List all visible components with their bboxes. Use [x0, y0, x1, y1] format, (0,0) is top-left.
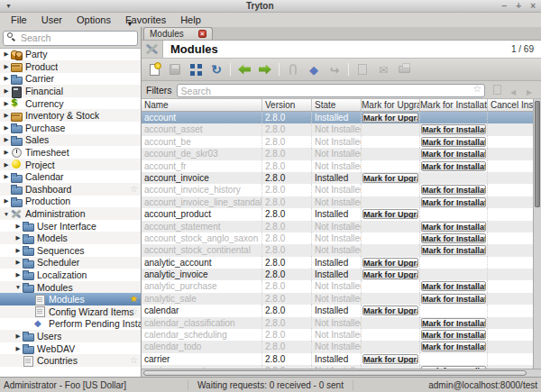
module-row-account-be[interactable]: account_be2.8.0Not InstalledMark for Ins… [142, 136, 533, 148]
module-row-calendar-classification[interactable]: calendar_classification2.8.0Not Installe… [142, 317, 533, 329]
module-row-account-de-skr03[interactable]: account_de_skr032.8.0Not InstalledMark f… [142, 148, 533, 160]
module-row-account-invoice-history[interactable]: account_invoice_history2.8.0Not Installe… [142, 184, 533, 196]
tree-item-product[interactable]: ▶Product [0, 60, 141, 73]
tree-item-dashboard[interactable]: Dashboard☆ [0, 183, 141, 196]
expander-icon[interactable]: ▶ [2, 50, 11, 58]
expander-icon[interactable]: ▶ [2, 173, 11, 180]
module-row-account-stock-continental[interactable]: account_stock_continental2.8.0Not Instal… [142, 244, 533, 256]
mark-for-upgrade-button[interactable]: Mark for Upgrade [362, 209, 418, 219]
close-button[interactable]: × [530, 1, 536, 11]
favorite-star-icon[interactable]: ★ [130, 293, 138, 305]
mark-for-installation-button[interactable]: Mark for Installation [421, 149, 486, 159]
mark-for-upgrade-button[interactable]: Mark for Upgrade [362, 354, 418, 364]
bookmark-star-icon[interactable]: ☆ [472, 83, 481, 95]
module-row-calendar-todo[interactable]: calendar_todo2.8.0Not InstalledMark for … [142, 341, 533, 352]
mark-for-installation-button[interactable]: Mark for Installation [421, 245, 486, 255]
mark-for-installation-button[interactable]: Mark for Installation [421, 222, 486, 232]
tree-item-models[interactable]: ▶Models [0, 232, 141, 244]
expander-icon[interactable]: ▶ [2, 136, 11, 143]
expander-icon[interactable]: ▼ [14, 284, 23, 290]
mark-for-installation-button[interactable]: Mark for Installation [421, 342, 486, 351]
expander-icon[interactable]: ▶ [14, 271, 23, 278]
maximize-button[interactable]: + [516, 1, 521, 11]
module-row-analytic-account[interactable]: analytic_account2.8.0InstalledMark for U… [142, 257, 533, 269]
minimize-button[interactable]: − [501, 1, 507, 11]
tree-item-party[interactable]: ▶Party [0, 49, 141, 61]
expander-icon[interactable]: ▶ [14, 333, 23, 340]
panel-dropdown-icon[interactable]: ▼ [126, 20, 133, 28]
module-row-analytic-purchase[interactable]: analytic_purchase2.8.0Not InstalledMark … [142, 280, 533, 292]
tree-item-administration[interactable]: ▼Administration [0, 207, 141, 220]
tree-item-timesheet[interactable]: ▶Timesheet [0, 146, 141, 159]
horizontal-scrollbar-thumb[interactable] [143, 370, 527, 376]
mark-for-installation-button[interactable]: Mark for Installation [421, 330, 486, 340]
expander-icon[interactable]: ▶ [2, 112, 11, 119]
mark-for-upgrade-button[interactable]: Mark for Upgrade [362, 258, 418, 268]
expander-icon[interactable]: ▶ [2, 100, 11, 107]
menu-options[interactable]: Options [69, 14, 118, 26]
tab-close-icon[interactable]: × [198, 30, 206, 38]
favorite-star-icon[interactable]: ☆ [130, 183, 138, 196]
column-header-mark-for-upgrade[interactable]: Mark for Upgrade [362, 99, 420, 111]
expander-icon[interactable]: ▶ [14, 234, 23, 242]
expander-icon[interactable]: ▶ [2, 87, 11, 95]
tree-item-carrier[interactable]: ▶Carrier [0, 73, 141, 86]
expander-icon[interactable]: ▶ [2, 161, 11, 169]
tree-item-config-wizard-items[interactable]: Config Wizard Items☆ [0, 305, 141, 318]
module-row-calendar-scheduling[interactable]: calendar_scheduling2.8.0Not InstalledMar… [142, 329, 533, 341]
tree-item-financial[interactable]: ▶Financial [0, 85, 141, 97]
expander-icon[interactable]: ▶ [2, 75, 11, 82]
module-row-account-fr[interactable]: account_fr2.8.0Not InstalledMark for Ins… [142, 160, 533, 172]
favorite-star-icon[interactable]: ☆ [130, 318, 138, 331]
expander-icon[interactable]: ▶ [2, 124, 11, 132]
switch-view-button[interactable] [186, 60, 206, 78]
window-menu-icon[interactable]: ▼ [5, 3, 18, 9]
tree-item-calendar[interactable]: ▶Calendar [0, 170, 141, 183]
tree-item-modules[interactable]: Modules★ [0, 293, 141, 305]
filter-search-input[interactable] [177, 84, 485, 97]
mark-for-upgrade-button[interactable]: Mark for Upgrade [362, 305, 418, 315]
expander-icon[interactable]: ▼ [2, 211, 11, 217]
module-row-account[interactable]: account2.8.0InstalledMark for Upgrade [142, 112, 533, 123]
new-record-button[interactable] [144, 60, 164, 78]
mark-for-installation-button[interactable]: Mark for Installation [421, 197, 486, 207]
mark-for-upgrade-button[interactable]: Mark for Upgrade [362, 173, 418, 183]
menu-help[interactable]: Help [173, 14, 208, 26]
tree-item-project[interactable]: ▶Project [0, 159, 141, 171]
tree-item-modules[interactable]: ▼Modules [0, 281, 141, 294]
menu-file[interactable]: File [4, 14, 34, 26]
tree-item-currency[interactable]: ▶Currency [0, 97, 141, 110]
module-row-account-stock-anglo-saxon[interactable]: account_stock_anglo_saxon2.8.0Not Instal… [142, 232, 533, 244]
tab-modules[interactable]: Modules × [143, 27, 213, 40]
action-button[interactable] [304, 60, 324, 78]
mark-for-installation-button[interactable]: Mark for Installation [421, 161, 486, 171]
sidebar-search-input[interactable] [3, 31, 138, 46]
mark-for-installation-button[interactable]: Mark for Installation [421, 137, 486, 147]
module-row-account-product[interactable]: account_product2.8.0InstalledMark for Up… [142, 208, 533, 220]
expander-icon[interactable]: ▶ [14, 259, 23, 266]
horizontal-scrollbar[interactable] [142, 369, 541, 377]
expander-icon[interactable]: ▶ [14, 247, 23, 254]
previous-button[interactable] [234, 60, 254, 78]
mark-for-installation-button[interactable]: Mark for Installation [421, 185, 486, 195]
mark-for-installation-button[interactable]: Mark for Installation [421, 124, 486, 134]
mark-for-upgrade-button[interactable]: Mark for Upgrade [362, 269, 418, 279]
expander-icon[interactable]: ▶ [14, 345, 23, 352]
module-row-calendar[interactable]: calendar2.8.0InstalledMark for Upgrade [142, 305, 533, 316]
tree-item-users[interactable]: ▶Users [0, 330, 141, 342]
column-header-mark-for-installation[interactable]: Mark for Installation [420, 99, 488, 111]
mark-for-installation-button[interactable]: Mark for Installation [421, 318, 486, 328]
favorite-star-icon[interactable]: ☆ [130, 354, 138, 367]
mark-for-installation-button[interactable]: Mark for Installation [421, 294, 486, 304]
column-header-name[interactable]: Name [142, 99, 262, 111]
module-row-account-invoice-line-standalone[interactable]: account_invoice_line_standalone2.8.0Not … [142, 196, 533, 208]
tree-item-scheduler[interactable]: ▶Scheduler [0, 257, 141, 269]
tree-item-purchase[interactable]: ▶Purchase [0, 122, 141, 134]
expander-icon[interactable]: ▶ [2, 197, 11, 205]
tree-item-sequences[interactable]: ▶Sequences [0, 244, 141, 257]
expander-icon[interactable]: ▶ [14, 223, 23, 230]
module-row-account-invoice[interactable]: account_invoice2.8.0InstalledMark for Up… [142, 172, 533, 184]
expander-icon[interactable]: ▶ [2, 63, 11, 70]
tree-item-sales[interactable]: ▶Sales [0, 134, 141, 147]
column-header-version[interactable]: Version [262, 99, 312, 111]
